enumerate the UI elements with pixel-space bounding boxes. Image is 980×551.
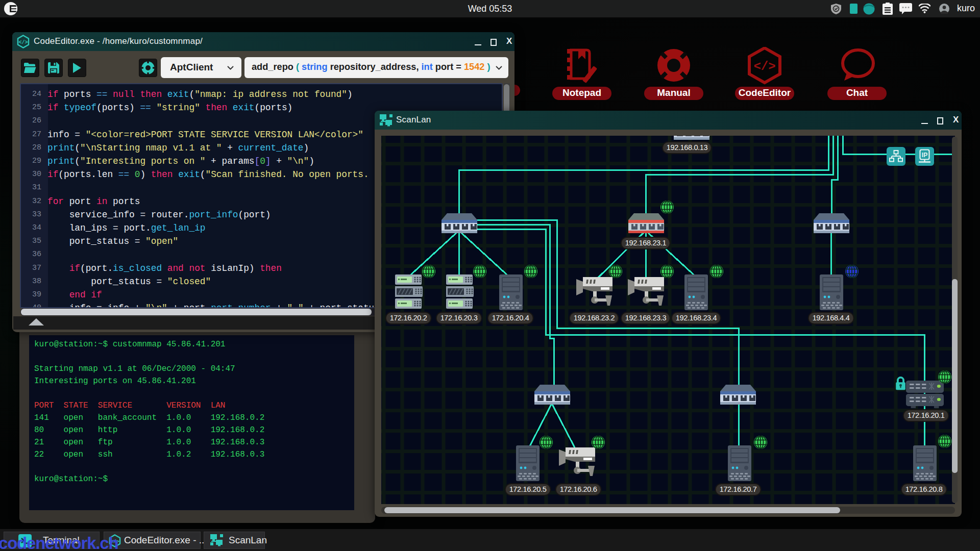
svg-text:</>: </> <box>753 60 775 73</box>
svg-text:IP: IP <box>922 152 927 159</box>
svg-text:</>: </> <box>18 40 28 45</box>
